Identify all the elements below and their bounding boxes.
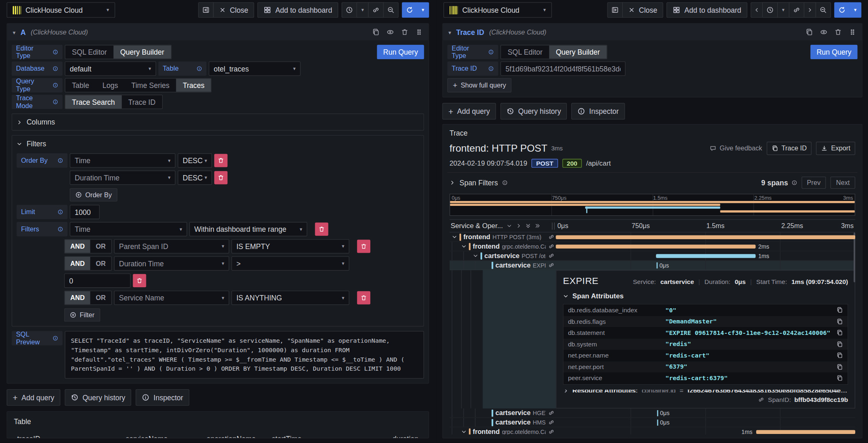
prev-span-button[interactable]: Prev xyxy=(801,177,826,189)
time-range-button[interactable] xyxy=(762,2,778,18)
copy-icon[interactable] xyxy=(836,375,843,381)
column-resizer-handle[interactable] xyxy=(552,222,555,230)
copy-icon[interactable] xyxy=(836,318,843,325)
remove-order-by-button[interactable] xyxy=(214,154,227,167)
add-query-button[interactable]: +Add query xyxy=(7,389,60,406)
query-history-button[interactable]: Query history xyxy=(501,103,567,120)
add-to-dashboard-button[interactable]: Add to dashboard xyxy=(667,2,747,18)
share-link-button[interactable] xyxy=(368,2,384,18)
link-icon[interactable] xyxy=(548,429,554,435)
run-query-button[interactable]: Run Query xyxy=(810,45,857,59)
give-feedback-link[interactable]: Give feedback xyxy=(710,145,762,152)
refresh-interval-caret[interactable]: ▾ xyxy=(849,2,861,18)
run-refresh-button[interactable] xyxy=(402,2,418,18)
time-shift-back-button[interactable] xyxy=(750,2,763,18)
filter-operator-select[interactable]: IS EMPTY▾ xyxy=(231,239,349,254)
time-range-button[interactable] xyxy=(342,2,357,18)
copy-icon[interactable] xyxy=(836,341,843,347)
show-full-query-button[interactable]: +Show full query xyxy=(447,78,512,92)
copy-icon[interactable] xyxy=(836,364,843,370)
order-by-dir-select[interactable]: DESC▾ xyxy=(178,171,212,185)
query-type-table[interactable]: Table xyxy=(65,78,96,92)
duplicate-query-icon[interactable] xyxy=(806,28,813,36)
trace-minimap[interactable]: 0μs 750μs 1.5ms 2.25ms 3ms xyxy=(450,194,855,216)
trace-id-input[interactable] xyxy=(501,62,626,76)
filter-field-select[interactable]: Duration Time▾ xyxy=(114,256,229,271)
query-row-header[interactable]: ▾ Trace ID (ClickHouse Cloud) xyxy=(443,24,862,40)
or-option[interactable]: OR xyxy=(90,240,111,253)
info-icon[interactable] xyxy=(53,335,58,341)
info-icon[interactable] xyxy=(502,180,508,185)
expand-one-icon[interactable] xyxy=(516,223,522,228)
info-icon[interactable] xyxy=(58,209,63,215)
query-builder-option[interactable]: Query Builder xyxy=(113,45,171,58)
info-icon[interactable] xyxy=(53,66,58,71)
chevron-down-icon[interactable] xyxy=(473,253,478,258)
time-range-caret-button[interactable]: ▾ xyxy=(356,2,369,18)
filter-value-input[interactable] xyxy=(64,273,131,288)
filter-operator-select[interactable]: >▾ xyxy=(231,256,349,271)
add-to-dashboard-button[interactable]: Add to dashboard xyxy=(258,2,338,18)
info-icon[interactable] xyxy=(58,158,63,163)
table-select[interactable]: otel_traces▾ xyxy=(209,62,301,76)
info-icon[interactable] xyxy=(488,66,494,71)
remove-filter-button[interactable] xyxy=(357,291,370,304)
export-button[interactable]: Export xyxy=(816,142,855,155)
link-icon[interactable] xyxy=(548,243,554,249)
query-history-button[interactable]: Query history xyxy=(65,389,132,406)
chevron-down-icon[interactable] xyxy=(452,234,457,240)
link-icon[interactable] xyxy=(548,262,554,268)
chevron-down-icon[interactable] xyxy=(461,429,466,434)
resource-attributes-toggle[interactable]: Resource Attributes: container.id = f266… xyxy=(563,390,848,392)
chevron-down-icon[interactable] xyxy=(461,244,466,249)
span-row[interactable]: frontend HTTP POST (3ms) xyxy=(450,233,855,242)
link-icon[interactable] xyxy=(548,233,554,240)
filter-field-select[interactable]: Time▾ xyxy=(70,222,187,236)
order-by-field-select[interactable]: Duration Time▾ xyxy=(70,171,175,185)
sql-editor-option[interactable]: SQL Editor xyxy=(501,45,549,58)
drag-handle-icon[interactable] xyxy=(849,28,856,36)
query-type-traces[interactable]: Traces xyxy=(176,78,211,92)
filter-field-select[interactable]: Parent Span ID▾ xyxy=(114,239,229,254)
copy-trace-id-button[interactable]: Trace ID xyxy=(766,142,812,155)
info-icon[interactable] xyxy=(53,83,58,88)
info-icon[interactable] xyxy=(792,180,797,185)
link-icon[interactable] xyxy=(548,410,554,416)
span-row-selected[interactable]: cartservice EXPIRE (0μs 0μs xyxy=(450,261,855,270)
datasource-picker[interactable]: ClickHouse Cloud ▾ xyxy=(443,2,552,18)
info-icon[interactable] xyxy=(53,49,58,55)
duplicate-query-icon[interactable] xyxy=(372,28,380,36)
info-icon[interactable] xyxy=(58,226,63,232)
span-attributes-toggle[interactable]: Span Attributes xyxy=(563,292,848,300)
span-row[interactable]: frontend grpc.oteldemo.CartSer 2ms xyxy=(450,242,855,251)
database-select[interactable]: default▾ xyxy=(65,62,156,76)
query-row-header[interactable]: ▾ A (ClickHouse Cloud) xyxy=(7,24,429,40)
order-by-dir-select[interactable]: DESC▾ xyxy=(178,153,212,168)
or-option[interactable]: OR xyxy=(90,291,111,304)
trace-mode-traceid[interactable]: Trace ID xyxy=(122,95,162,108)
filter-operator-select[interactable]: Within dashboard time range▾ xyxy=(189,222,307,236)
filter-operator-select[interactable]: IS ANYTHING▾ xyxy=(231,291,349,305)
span-row[interactable]: cartservice HMSET (0μs 0μs xyxy=(450,418,855,427)
collapse-one-icon[interactable] xyxy=(507,223,512,228)
filters-section-header[interactable]: Filters xyxy=(16,139,419,148)
time-range-caret-button[interactable]: ▾ xyxy=(777,2,790,18)
info-icon[interactable] xyxy=(196,66,202,71)
move-pane-button[interactable] xyxy=(607,2,623,18)
expand-all-icon[interactable] xyxy=(535,223,540,228)
remove-filter-button[interactable] xyxy=(357,240,370,253)
copy-icon[interactable] xyxy=(836,352,843,359)
run-query-button[interactable]: Run Query xyxy=(377,45,424,59)
column-header-traceid[interactable]: traceID xyxy=(13,431,121,438)
and-option[interactable]: AND xyxy=(65,257,90,270)
column-header-servicename[interactable]: serviceName xyxy=(121,431,202,438)
info-icon[interactable] xyxy=(488,49,494,55)
span-row[interactable]: cartservice HGET (0μs) 0μs xyxy=(450,408,855,418)
remove-filter-button[interactable] xyxy=(315,222,328,235)
copy-icon[interactable] xyxy=(836,330,843,336)
info-icon[interactable] xyxy=(53,99,58,104)
time-shift-forward-button[interactable] xyxy=(804,2,816,18)
query-type-timeseries[interactable]: Time Series xyxy=(125,78,176,92)
trace-mode-search[interactable]: Trace Search xyxy=(65,95,122,108)
span-row[interactable]: frontend grpc.oteldemo.CartSer 1ms xyxy=(450,427,855,435)
